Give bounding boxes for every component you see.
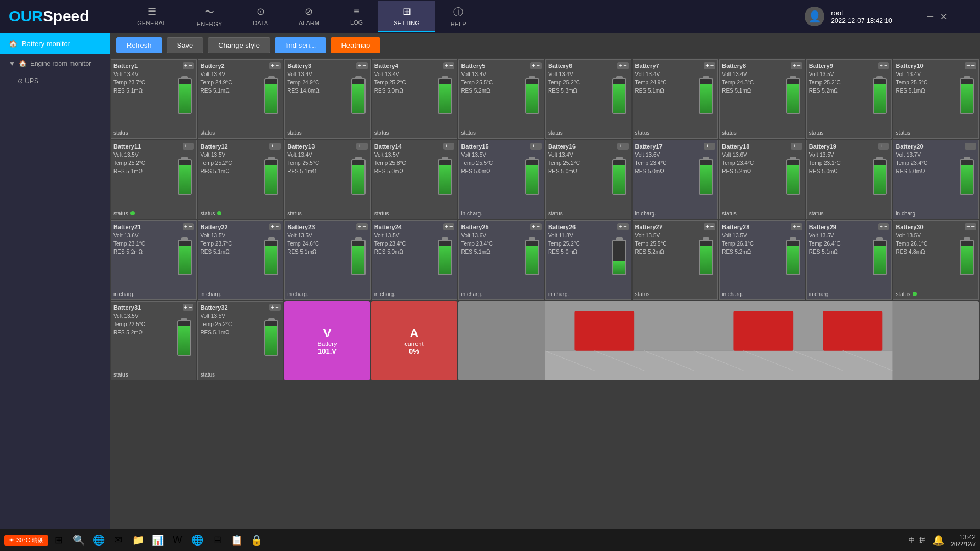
cell-18-controls[interactable]: + − xyxy=(791,143,802,150)
cell-14-plus[interactable]: + xyxy=(445,143,448,149)
cell-9-controls[interactable]: + − xyxy=(878,62,890,69)
cell-20-plus[interactable]: + xyxy=(966,143,970,149)
cell-15-plus[interactable]: + xyxy=(532,143,535,149)
cell-25-minus[interactable]: − xyxy=(537,224,540,230)
cell-26-controls[interactable]: + − xyxy=(617,223,629,230)
cell-19-controls[interactable]: + − xyxy=(878,143,890,150)
cell-32-minus[interactable]: − xyxy=(275,304,278,310)
cell-6-minus[interactable]: − xyxy=(623,63,626,69)
cell-6-plus[interactable]: + xyxy=(619,63,622,69)
app1-icon[interactable]: 📋 xyxy=(228,531,246,549)
cell-14-controls[interactable]: + − xyxy=(443,143,455,150)
cell-11-controls[interactable]: + − xyxy=(183,143,194,150)
cell-1-minus[interactable]: − xyxy=(189,63,192,69)
cell-15-minus[interactable]: − xyxy=(537,143,540,149)
cell-2-controls[interactable]: + − xyxy=(269,62,281,69)
cell-26-minus[interactable]: − xyxy=(623,224,626,230)
cell-29-plus[interactable]: + xyxy=(880,224,883,230)
cell-11-minus[interactable]: − xyxy=(189,143,192,149)
cell-12-minus[interactable]: − xyxy=(276,143,279,149)
cell-22-controls[interactable]: + − xyxy=(269,223,281,230)
refresh-button[interactable]: Refresh xyxy=(116,37,162,53)
cell-30-controls[interactable]: + − xyxy=(965,223,976,230)
cell-28-plus[interactable]: + xyxy=(793,224,796,230)
cell-8-plus[interactable]: + xyxy=(793,63,796,69)
cell-10-minus[interactable]: − xyxy=(971,63,975,69)
browser-icon[interactable]: 🌐 xyxy=(90,531,107,549)
cell-17-minus[interactable]: − xyxy=(710,143,714,149)
nav-alarm[interactable]: ⊘ ALARM xyxy=(283,1,335,32)
cell-17-plus[interactable]: + xyxy=(705,143,709,149)
cell-25-plus[interactable]: + xyxy=(532,224,535,230)
cell-18-plus[interactable]: + xyxy=(793,143,796,149)
cell-4-plus[interactable]: + xyxy=(445,63,448,69)
sidebar-item-battery-monitor[interactable]: 🏠 Battery monitor xyxy=(0,33,110,54)
cell-10-controls[interactable]: + − xyxy=(965,62,976,69)
cell-8-controls[interactable]: + − xyxy=(791,62,802,69)
cell-15-controls[interactable]: + − xyxy=(530,143,542,150)
cell-20-controls[interactable]: + − xyxy=(965,143,976,150)
cell-9-minus[interactable]: − xyxy=(884,63,887,69)
cell-7-minus[interactable]: − xyxy=(710,63,714,69)
cell-26-plus[interactable]: + xyxy=(619,224,622,230)
cell-4-controls[interactable]: + − xyxy=(443,62,455,69)
cell-21-plus[interactable]: + xyxy=(184,224,187,230)
search-taskbar-button[interactable]: 🔍 xyxy=(70,531,88,549)
cell-12-plus[interactable]: + xyxy=(271,143,274,149)
heatmap-button[interactable]: Heatmap xyxy=(331,37,380,53)
cell-3-plus[interactable]: + xyxy=(358,63,361,69)
minimize-button[interactable]: ─ xyxy=(927,12,933,21)
excel-icon[interactable]: 📊 xyxy=(149,531,167,549)
edge-icon[interactable]: 🌐 xyxy=(189,531,206,549)
cell-16-plus[interactable]: + xyxy=(619,143,622,149)
cell-27-minus[interactable]: − xyxy=(710,224,714,230)
app2-icon[interactable]: 🔒 xyxy=(248,531,265,549)
cell-21-minus[interactable]: − xyxy=(189,224,192,230)
cell-2-plus[interactable]: + xyxy=(271,63,274,69)
cell-6-controls[interactable]: + − xyxy=(617,62,629,69)
cell-31-minus[interactable]: − xyxy=(189,304,192,310)
cell-23-plus[interactable]: + xyxy=(358,224,361,230)
nav-general[interactable]: ☰ GENERAL xyxy=(122,1,181,32)
cell-5-controls[interactable]: + − xyxy=(530,62,542,69)
cell-31-controls[interactable]: + − xyxy=(183,304,194,311)
cell-23-controls[interactable]: + − xyxy=(356,223,368,230)
nav-setting[interactable]: ⊞ SETTING xyxy=(378,1,435,32)
cell-24-plus[interactable]: + xyxy=(445,224,448,230)
cell-9-plus[interactable]: + xyxy=(880,63,883,69)
sidebar-item-ups[interactable]: ⊙ UPS xyxy=(0,73,110,89)
sidebar-item-engine-room[interactable]: ▼ 🏠 Engine room monitor xyxy=(0,54,110,73)
cell-31-plus[interactable]: + xyxy=(184,304,187,310)
cell-30-plus[interactable]: + xyxy=(966,224,970,230)
cell-10-plus[interactable]: + xyxy=(966,63,970,69)
cell-22-plus[interactable]: + xyxy=(271,224,274,230)
cell-16-controls[interactable]: + − xyxy=(617,143,629,150)
cell-32-controls[interactable]: + − xyxy=(269,304,281,311)
cell-30-minus[interactable]: − xyxy=(971,224,975,230)
cell-27-controls[interactable]: + − xyxy=(704,223,715,230)
cell-24-controls[interactable]: + − xyxy=(443,223,455,230)
start-button[interactable]: ⊞ xyxy=(50,531,68,549)
cell-3-controls[interactable]: + − xyxy=(356,62,368,69)
cell-20-minus[interactable]: − xyxy=(971,143,975,149)
nav-data[interactable]: ⊙ DATA xyxy=(237,1,283,32)
cell-12-controls[interactable]: + − xyxy=(269,143,281,150)
cell-29-controls[interactable]: + − xyxy=(878,223,890,230)
cell-18-minus[interactable]: − xyxy=(797,143,800,149)
word-icon[interactable]: W xyxy=(169,531,186,549)
files-icon[interactable]: 📁 xyxy=(129,531,147,549)
cell-24-minus[interactable]: − xyxy=(449,224,453,230)
nav-help[interactable]: ⓘ HELP xyxy=(435,1,482,32)
notifications-icon[interactable]: 🔔 xyxy=(930,531,947,549)
save-button[interactable]: Save xyxy=(167,37,204,53)
cell-19-plus[interactable]: + xyxy=(880,143,883,149)
cell-13-controls[interactable]: + − xyxy=(356,143,368,150)
nav-energy[interactable]: 〜 ENERGY xyxy=(181,1,237,32)
change-style-button[interactable]: Change style xyxy=(208,37,270,53)
close-button[interactable]: ✕ xyxy=(940,12,947,22)
cell-2-minus[interactable]: − xyxy=(276,63,279,69)
cell-13-plus[interactable]: + xyxy=(358,143,361,149)
cell-16-minus[interactable]: − xyxy=(623,143,626,149)
monitor-icon[interactable]: 🖥 xyxy=(208,531,226,549)
cell-8-minus[interactable]: − xyxy=(797,63,800,69)
